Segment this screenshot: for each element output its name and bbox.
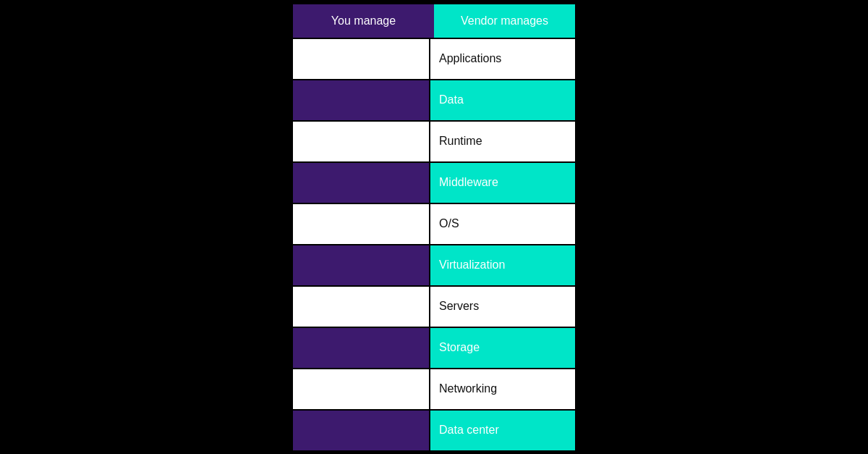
left-cell-9 — [293, 411, 429, 450]
left-cell-1 — [293, 80, 429, 120]
table-row-1: Data — [293, 79, 575, 120]
main-table: You manage Vendor manages ApplicationsDa… — [293, 4, 575, 450]
table-row-8: Networking — [293, 368, 575, 409]
table-row-3: Middleware — [293, 161, 575, 203]
right-cell-3: Middleware — [429, 163, 575, 203]
right-cell-7: Storage — [429, 328, 575, 368]
left-cell-2 — [293, 122, 429, 161]
left-cell-7 — [293, 328, 429, 368]
right-cell-4: O/S — [429, 204, 575, 244]
right-cell-6: Servers — [429, 287, 575, 327]
table-row-9: Data center — [293, 409, 575, 450]
vendor-manages-header: Vendor manages — [434, 4, 575, 38]
table-row-6: Servers — [293, 285, 575, 327]
left-cell-8 — [293, 369, 429, 409]
left-cell-4 — [293, 204, 429, 244]
right-cell-9: Data center — [429, 411, 575, 450]
right-cell-2: Runtime — [429, 122, 575, 161]
you-manage-header: You manage — [293, 4, 434, 38]
left-cell-0 — [293, 39, 429, 79]
right-cell-5: Virtualization — [429, 245, 575, 285]
table-row-4: O/S — [293, 203, 575, 244]
table-row-2: Runtime — [293, 120, 575, 161]
right-cell-8: Networking — [429, 369, 575, 409]
left-cell-6 — [293, 287, 429, 327]
header-row: You manage Vendor manages — [293, 4, 575, 38]
table-row-0: Applications — [293, 38, 575, 79]
right-cell-0: Applications — [429, 39, 575, 79]
right-cell-1: Data — [429, 80, 575, 120]
table-row-7: Storage — [293, 327, 575, 368]
left-cell-5 — [293, 245, 429, 285]
left-cell-3 — [293, 163, 429, 203]
table-row-5: Virtualization — [293, 244, 575, 285]
